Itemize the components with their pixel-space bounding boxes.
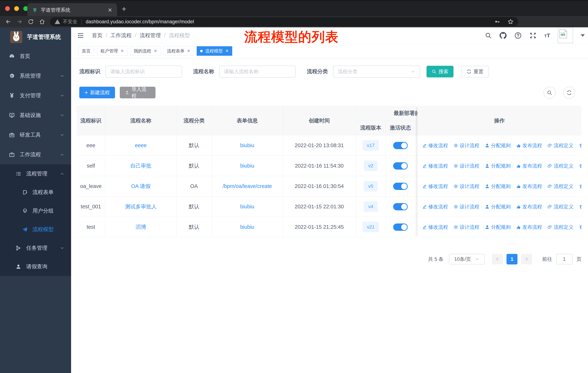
menu-fold-icon[interactable] (77, 31, 84, 40)
prev-page-button[interactable] (492, 254, 503, 264)
sidebar-item-devtools[interactable]: 研发工具 (0, 125, 71, 145)
action-trash[interactable]: 删除 (579, 203, 581, 210)
action-edit[interactable]: 修改流程 (422, 163, 448, 169)
category-select[interactable]: 流程分类 (333, 66, 420, 78)
action-trash[interactable]: 删除 (579, 163, 581, 169)
tag-close-icon[interactable]: ✕ (154, 49, 157, 53)
action-user[interactable]: 分配规则 (485, 163, 511, 169)
breadcrumb-item[interactable]: 流程管理 (140, 32, 161, 39)
active-toggle[interactable] (393, 142, 408, 149)
sidebar-item-user-group[interactable]: 用户分组 (0, 202, 71, 220)
sidebar-item-payment[interactable]: ¥ 支付管理 (0, 86, 71, 105)
action-clip[interactable]: 流程定义 (547, 183, 573, 190)
fullscreen-icon[interactable] (529, 32, 537, 39)
process-name-link[interactable]: OA 请假 (131, 183, 150, 190)
sidebar-item-leave-query[interactable]: 请假查询 (0, 257, 71, 276)
action-edit[interactable]: 修改流程 (422, 203, 448, 210)
action-gear[interactable]: 设计流程 (453, 224, 479, 230)
sidebar-item-task-mgmt[interactable]: 任务管理 (0, 239, 71, 257)
show-search-button[interactable] (544, 87, 556, 99)
action-trash[interactable]: 删除 (579, 142, 581, 149)
user-avatar[interactable] (558, 28, 573, 43)
action-clip[interactable]: 流程定义 (547, 142, 573, 149)
tab-close-icon[interactable]: ✕ (108, 7, 112, 13)
url-text[interactable]: dashboard.yudao.iocoder.cn/bpm/manager/m… (86, 19, 494, 25)
tag-home[interactable]: 首页 (78, 46, 94, 56)
action-clip[interactable]: 流程定义 (547, 163, 573, 169)
form-info-link[interactable]: /bpm/oa/leave/create (222, 183, 272, 189)
search-icon[interactable] (485, 32, 492, 39)
reset-button[interactable]: 重置 (461, 66, 489, 77)
sidebar-item-infra[interactable]: 基础设施 (0, 105, 71, 125)
minimize-window-button[interactable] (14, 6, 19, 11)
user-menu-caret-icon[interactable] (581, 34, 585, 37)
action-edit[interactable]: 修改流程 (422, 142, 448, 149)
version-badge[interactable]: v4 (364, 202, 377, 212)
tag-process-form[interactable]: 流程表单✕ (164, 46, 194, 56)
next-page-button[interactable] (521, 254, 532, 264)
sidebar-item-home[interactable]: 首页 (0, 46, 71, 66)
key-icon[interactable] (494, 19, 500, 25)
refresh-table-button[interactable] (563, 87, 575, 99)
action-gear[interactable]: 设计流程 (453, 163, 479, 169)
github-icon[interactable] (499, 32, 507, 39)
tag-my-process[interactable]: 我的流程✕ (130, 46, 160, 56)
active-toggle[interactable] (393, 183, 408, 190)
process-name-link[interactable]: 自己审批 (130, 162, 151, 170)
close-window-button[interactable] (5, 6, 10, 11)
action-thumb[interactable]: 发布流程 (516, 142, 542, 149)
form-info-link[interactable]: biubiu (240, 224, 254, 230)
url-bar[interactable]: 不安全 dashboard.yudao.iocoder.cn/bpm/manag… (50, 17, 518, 26)
action-clip[interactable]: 流程定义 (547, 203, 573, 210)
form-info-link[interactable]: biubiu (240, 204, 254, 210)
new-process-button[interactable]: +新建流程 (79, 87, 115, 98)
sidebar-item-system[interactable]: 系统管理 (0, 66, 71, 86)
bookmark-star-icon[interactable] (507, 19, 514, 25)
version-badge[interactable]: v5 (364, 181, 377, 192)
sidebar-item-process-mgmt[interactable]: 流程管理 (0, 164, 71, 183)
form-info-link[interactable]: biubiu (240, 142, 254, 148)
font-size-icon[interactable]: TT (544, 32, 550, 39)
process-name-link[interactable]: 滔博 (136, 223, 146, 231)
active-toggle[interactable] (393, 203, 408, 210)
tag-close-icon[interactable]: ✕ (120, 49, 124, 53)
form-info-link[interactable]: biubiu (240, 163, 254, 169)
action-gear[interactable]: 设计流程 (453, 142, 479, 149)
process-name-link[interactable]: 测试多审批人 (125, 203, 157, 210)
sidebar-item-workflow[interactable]: 工作流程 (0, 145, 71, 164)
version-badge[interactable]: v17 (363, 140, 379, 151)
sidebar-item-process-model[interactable]: 流程模型 (0, 220, 71, 239)
import-process-button[interactable]: 导入流程 (120, 87, 156, 98)
process-id-input[interactable]: 请输入流程标识 (105, 66, 182, 78)
forward-icon[interactable] (16, 19, 23, 25)
breadcrumb-item[interactable]: 工作流程 (110, 32, 132, 39)
tag-process-model[interactable]: 流程模型✕ (197, 46, 232, 56)
goto-page-input[interactable]: 1 (556, 254, 573, 264)
tag-close-icon[interactable]: ✕ (187, 49, 190, 53)
help-icon[interactable] (514, 32, 522, 39)
search-button[interactable]: 搜索 (427, 66, 453, 77)
current-page-button[interactable]: 1 (506, 254, 517, 264)
active-toggle[interactable] (393, 223, 408, 231)
sidebar-item-process-form[interactable]: 流程表单 (0, 183, 71, 202)
tag-close-icon[interactable]: ✕ (225, 49, 229, 53)
action-trash[interactable]: 删除 (579, 183, 581, 190)
new-tab-button[interactable]: + (122, 5, 126, 13)
process-name-link[interactable]: eeee (135, 142, 147, 148)
page-size-select[interactable]: 10条/页 (449, 254, 485, 264)
action-user[interactable]: 分配规则 (485, 224, 511, 230)
action-edit[interactable]: 修改流程 (422, 224, 448, 230)
breadcrumb-item[interactable]: 首页 (92, 32, 102, 39)
reload-icon[interactable] (28, 19, 34, 25)
browser-tab[interactable]: 芋道管理系统 ✕ (27, 3, 117, 17)
action-thumb[interactable]: 发布流程 (516, 163, 542, 169)
window-controls[interactable] (5, 6, 28, 11)
action-thumb[interactable]: 发布流程 (516, 224, 542, 230)
action-user[interactable]: 分配规则 (485, 183, 511, 190)
version-badge[interactable]: v21 (363, 222, 379, 232)
action-edit[interactable]: 修改流程 (422, 183, 448, 190)
active-toggle[interactable] (393, 162, 408, 170)
action-thumb[interactable]: 发布流程 (516, 183, 542, 190)
home-icon[interactable] (39, 19, 45, 25)
tag-tenant[interactable]: 租户管理✕ (97, 46, 127, 56)
